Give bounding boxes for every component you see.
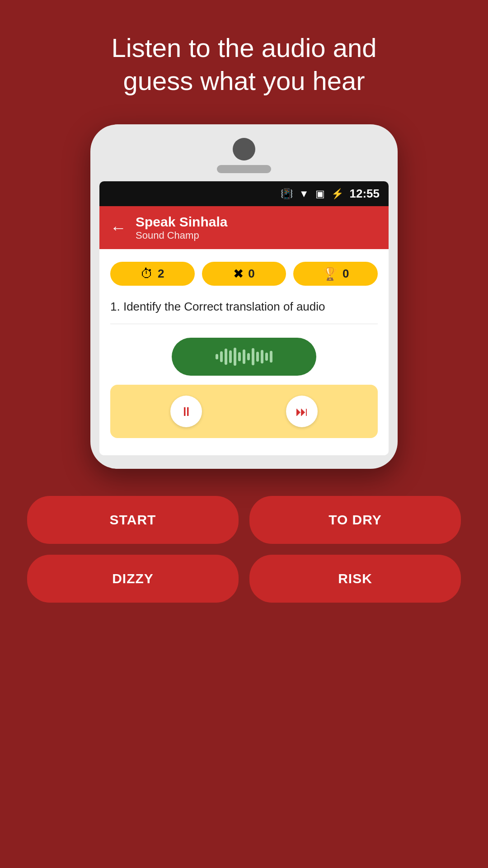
question-body: Identify the Correct translation of audi… (123, 300, 325, 313)
answer-button-to-dry[interactable]: TO DRY (249, 496, 461, 544)
wave-bar (247, 353, 250, 360)
wave-bar (252, 348, 254, 365)
trophy-icon: 🏆 (322, 266, 338, 281)
app-bar: ← Speak Sinhala Sound Champ (99, 206, 389, 249)
answer-button-dizzy[interactable]: DIZZY (27, 555, 239, 603)
score-badge: 🏆 0 (293, 262, 378, 286)
waveform (216, 348, 272, 366)
score-value: 0 (343, 267, 349, 281)
status-time: 12:55 (350, 187, 380, 201)
answers-section: START TO DRY DIZZY RISK (0, 496, 488, 603)
answer-button-start[interactable]: START (27, 496, 239, 544)
signal-icon: ▣ (315, 188, 325, 200)
skip-button[interactable]: ⏭ (286, 396, 318, 427)
vibrate-icon: 📳 (281, 188, 293, 200)
phone-mockup: 📳 ▼ ▣ ⚡ 12:55 ← Speak Sinhala Sound Cham… (90, 124, 398, 469)
wave-bar (220, 351, 223, 362)
stats-row: ⏱ 2 ✖ 0 🏆 0 (110, 262, 378, 286)
wave-bar (238, 352, 241, 361)
phone-screen: 📳 ▼ ▣ ⚡ 12:55 ← Speak Sinhala Sound Cham… (99, 181, 389, 455)
phone-camera (233, 138, 255, 160)
wifi-icon: ▼ (299, 188, 309, 200)
page-header: Listen to the audio and guess what you h… (84, 32, 404, 97)
app-title: Speak Sinhala (136, 214, 227, 230)
errors-badge: ✖ 0 (202, 262, 286, 286)
answer-button-risk[interactable]: RISK (249, 555, 461, 603)
audio-play-button[interactable] (172, 338, 316, 376)
pause-button[interactable]: ⏸ (170, 396, 202, 427)
timer-icon: ⏱ (141, 266, 153, 281)
main-content: ⏱ 2 ✖ 0 🏆 0 1. Identify the Correct tran… (99, 249, 389, 455)
wave-bar (265, 353, 268, 361)
status-bar: 📳 ▼ ▣ ⚡ 12:55 (99, 181, 389, 206)
question-number: 1. (110, 300, 120, 313)
wave-bar (243, 349, 245, 364)
wave-bar (256, 352, 259, 362)
battery-icon: ⚡ (331, 188, 343, 200)
wave-bar (234, 348, 236, 366)
wave-bar (225, 349, 227, 365)
app-subtitle: Sound Champ (136, 230, 227, 241)
error-value: 0 (248, 267, 254, 281)
wave-bar (270, 351, 272, 363)
timer-badge: ⏱ 2 (110, 262, 195, 286)
error-icon: ✖ (233, 266, 244, 281)
app-bar-titles: Speak Sinhala Sound Champ (136, 214, 227, 241)
phone-speaker (217, 165, 271, 173)
wave-bar (229, 350, 232, 363)
timer-value: 2 (158, 267, 164, 281)
wave-bar (216, 354, 218, 359)
playback-controls: ⏸ ⏭ (110, 385, 378, 438)
back-button[interactable]: ← (110, 218, 127, 237)
wave-bar (261, 350, 263, 363)
question-text: 1. Identify the Correct translation of a… (110, 298, 378, 324)
